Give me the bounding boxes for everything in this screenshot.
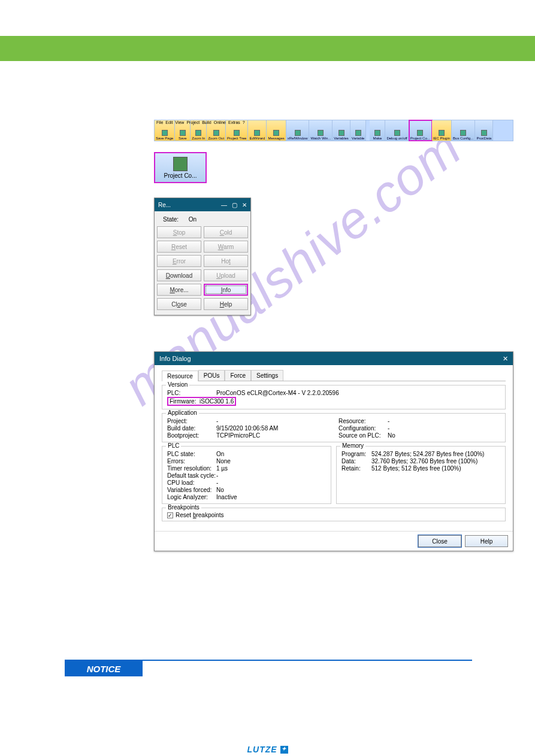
reset-breakpoints-label: Reset breakpoints — [176, 512, 224, 518]
state-value: On — [189, 216, 197, 223]
ide-toolbar-screenshot: File Edit View Project Build Online Extr… — [154, 120, 513, 141]
config-value: - — [388, 425, 500, 432]
memory-heading: Memory — [340, 442, 365, 449]
reset-button[interactable]: Reset — [157, 241, 201, 253]
stop-button[interactable]: SStoptop — [157, 226, 201, 238]
info-dialog: Info Dialog ✕ Resource POUs Force Settin… — [154, 351, 513, 551]
error-button[interactable]: Error — [157, 255, 201, 267]
tab-resource[interactable]: Resource — [162, 371, 198, 381]
cold-button[interactable]: Cold — [204, 226, 248, 238]
resource-dialog-title: Re... — [158, 202, 171, 208]
minimize-icon[interactable]: — — [221, 202, 227, 208]
tb-busconfig[interactable]: Bus Config... — [452, 120, 475, 141]
menu-extras[interactable]: Extras — [228, 120, 240, 125]
menu-help[interactable]: ? — [243, 120, 245, 125]
cpu-value: - — [216, 479, 326, 486]
zoom-out-icon — [213, 130, 219, 136]
tb-watch[interactable]: Watch Win... — [309, 120, 333, 141]
watch-icon — [318, 130, 324, 136]
warm-button[interactable]: Warm — [204, 241, 248, 253]
project-control-label: Project Co... — [164, 172, 197, 179]
tb-procdata[interactable]: ProcData — [475, 120, 493, 141]
resource-label: Resource: — [338, 418, 388, 424]
retain-value: 512 Bytes; 512 Bytes free (100%) — [371, 465, 500, 472]
reset-breakpoints-checkbox[interactable]: ✓ Reset breakpoints — [167, 512, 500, 518]
notice-section: NOTICE — [65, 660, 472, 676]
firmware-value: iSOC300 1.6 — [200, 398, 234, 405]
tb-edwizard[interactable]: EdWizard — [248, 120, 267, 141]
program-label: Program: — [341, 451, 371, 457]
hot-button[interactable]: Hot — [204, 255, 248, 267]
checkbox-icon: ✓ — [167, 512, 173, 518]
plc-label: PLC: — [167, 390, 216, 396]
info-help-button[interactable]: Help — [465, 535, 508, 547]
project-control-button-closeup[interactable]: Project Co... — [154, 152, 207, 183]
tb-variables[interactable]: Variables — [333, 120, 350, 141]
close-icon[interactable]: ✕ — [242, 202, 247, 208]
plcstate-value: On — [216, 451, 326, 457]
tb-xref[interactable]: xRefWindow — [286, 120, 310, 141]
procdata-icon — [481, 130, 487, 136]
plcstate-label: PLC state: — [167, 451, 216, 457]
wizard-icon — [254, 130, 260, 136]
tb-variable[interactable]: Variable — [350, 120, 367, 141]
project-value: - — [216, 418, 329, 424]
tab-settings[interactable]: Settings — [251, 370, 283, 381]
varforced-label: Variables forced: — [167, 487, 216, 493]
tb-iecplugin[interactable]: IEC Plugin — [432, 120, 452, 141]
varforced-value: No — [216, 487, 326, 493]
info-close-button[interactable]: Close — [418, 535, 461, 547]
menu-file[interactable]: File — [156, 120, 163, 125]
info-dialog-title: Info Dialog — [159, 355, 191, 362]
tab-pous[interactable]: POUs — [198, 370, 225, 381]
timer-label: Timer resolution: — [167, 465, 216, 472]
task-value: - — [216, 472, 326, 479]
resource-value: - — [388, 418, 500, 424]
close-icon[interactable]: ✕ — [503, 355, 508, 363]
tb-debug[interactable]: Debug on/off — [385, 120, 409, 141]
var-icon — [355, 130, 361, 136]
brand-logo-icon — [280, 746, 288, 754]
menu-project[interactable]: Project — [186, 120, 200, 125]
bus-icon — [460, 130, 466, 136]
task-label: Default task cycle: — [167, 472, 216, 479]
resource-dialog-titlebar: Re... — ▢ ✕ — [155, 198, 250, 211]
upload-button[interactable]: Upload — [204, 269, 248, 281]
menu-view[interactable]: View — [175, 120, 184, 125]
logican-label: Logic Analyzer: — [167, 494, 216, 500]
tab-force[interactable]: Force — [225, 370, 251, 381]
data-value: 32.760 Bytes; 32.760 Bytes free (100%) — [371, 458, 500, 464]
menu-online[interactable]: Online — [214, 120, 226, 125]
errors-value: None — [216, 458, 326, 464]
tree-icon — [234, 130, 240, 136]
page-icon — [162, 130, 168, 136]
info-dialog-titlebar: Info Dialog ✕ — [155, 352, 513, 365]
tb-make[interactable]: Make — [370, 120, 385, 141]
zoom-in-icon — [195, 130, 201, 136]
plugin-icon — [439, 130, 445, 136]
boot-label: Bootproject: — [167, 432, 216, 439]
errors-label: Errors: — [167, 458, 216, 464]
project-control-icon — [417, 130, 423, 136]
tb-project-control[interactable]: Project Co... — [409, 120, 432, 141]
state-row: State: On — [157, 215, 248, 226]
firmware-highlight: Firmware: iSOC300 1.6 — [167, 397, 236, 406]
boot-value: TCPIPmicroPLC — [216, 432, 329, 439]
menu-edit[interactable]: Edit — [165, 120, 173, 125]
more-button[interactable]: More... — [157, 284, 201, 296]
vars-icon — [338, 130, 344, 136]
cpu-label: CPU load: — [167, 479, 216, 486]
download-button[interactable]: Download — [157, 269, 201, 281]
build-label: Build date: — [167, 425, 216, 432]
help-button[interactable]: Help — [204, 298, 248, 310]
tb-messages[interactable]: Messages — [267, 120, 286, 141]
info-button[interactable]: Info — [204, 284, 248, 296]
source-value: No — [388, 432, 500, 439]
menu-build[interactable]: Build — [202, 120, 211, 125]
close-button[interactable]: Close — [157, 298, 201, 310]
page-header-banner — [0, 36, 535, 61]
maximize-icon[interactable]: ▢ — [232, 202, 237, 208]
program-value: 524.287 Bytes; 524.287 Bytes free (100%) — [371, 451, 500, 457]
breakpoints-heading: Breakpoints — [166, 504, 201, 511]
breakpoints-group: Breakpoints ✓ Reset breakpoints — [162, 508, 506, 521]
